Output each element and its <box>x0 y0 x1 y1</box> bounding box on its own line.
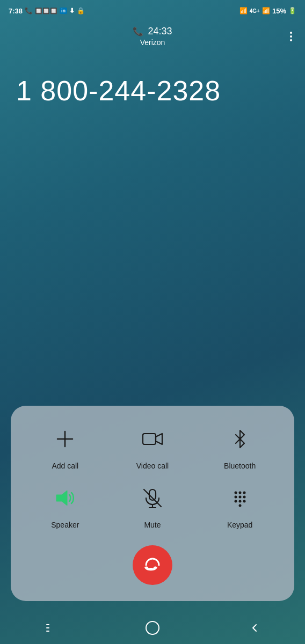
battery-percentage: 15% <box>272 7 286 15</box>
svg-point-16 <box>243 500 245 503</box>
bluetooth-icon <box>228 427 252 451</box>
lte-badge: 4G+ <box>250 8 260 14</box>
svg-point-9 <box>238 492 241 494</box>
back-icon <box>249 623 259 633</box>
back-button[interactable] <box>241 617 267 639</box>
svg-point-10 <box>243 492 245 494</box>
speaker-button[interactable]: Speaker <box>22 481 108 529</box>
status-right: 📶 4G+ 📶 15% 🔋 <box>239 7 296 15</box>
svg-marker-3 <box>56 491 67 506</box>
bluetooth-icon-wrap <box>223 422 257 456</box>
recent-apps-button[interactable] <box>38 617 64 639</box>
phone-icon: 📞 <box>25 7 33 14</box>
svg-point-21 <box>146 621 159 634</box>
svg-point-17 <box>238 504 241 507</box>
svg-point-11 <box>234 496 237 499</box>
recent-apps-icon <box>45 623 57 633</box>
add-call-button[interactable]: Add call <box>22 422 108 470</box>
video-call-icon-wrap <box>135 422 170 456</box>
keypad-icon-wrap <box>223 481 257 515</box>
svg-point-15 <box>238 500 241 503</box>
call-active-icon: 📞 <box>133 26 143 36</box>
keypad-button[interactable]: Keypad <box>197 481 283 529</box>
mute-icon <box>141 486 164 510</box>
wifi-icon: 📶 <box>239 7 248 14</box>
speaker-label: Speaker <box>51 521 79 529</box>
lock-icon: 🔒 <box>77 7 85 14</box>
call-carrier: Verizon <box>140 38 165 47</box>
notification-icons: 🔲🔲🔲 <box>35 8 57 14</box>
linkedin-icon: in <box>60 8 67 14</box>
mute-button[interactable]: Mute <box>109 481 195 529</box>
time-display: 7:38 <box>9 7 23 15</box>
call-controls-panel: Add call Video call Bluetooth <box>11 406 294 601</box>
nav-bar <box>0 612 305 644</box>
end-call-button[interactable] <box>133 545 172 585</box>
battery-icon: 🔋 <box>288 7 296 14</box>
call-timer-row: 📞 24:33 <box>133 26 172 37</box>
svg-point-13 <box>243 496 245 499</box>
keypad-icon <box>228 486 252 510</box>
status-left: 7:38 📞 🔲🔲🔲 in ⬇ 🔒 <box>9 7 85 15</box>
mute-label: Mute <box>144 521 161 529</box>
bluetooth-button[interactable]: Bluetooth <box>197 422 283 470</box>
video-icon <box>141 427 164 451</box>
svg-point-8 <box>234 492 237 494</box>
plus-icon <box>53 427 77 451</box>
svg-rect-2 <box>143 434 156 444</box>
svg-point-14 <box>234 500 237 503</box>
add-call-icon-wrap <box>48 422 82 456</box>
call-header: 📞 24:33 Verizon <box>0 19 305 53</box>
status-bar: 7:38 📞 🔲🔲🔲 in ⬇ 🔒 📶 4G+ 📶 15% 🔋 <box>0 0 305 19</box>
home-icon <box>145 620 160 635</box>
svg-point-12 <box>238 496 241 499</box>
end-call-icon <box>143 555 162 575</box>
speaker-icon <box>53 486 77 510</box>
call-timer-section: 📞 24:33 Verizon <box>133 26 172 47</box>
mute-icon-wrap <box>135 481 170 515</box>
speaker-icon-wrap <box>48 481 82 515</box>
home-button[interactable] <box>139 617 166 639</box>
download-icon: ⬇ <box>69 7 75 14</box>
add-call-label: Add call <box>52 462 78 470</box>
bluetooth-label: Bluetooth <box>224 462 256 470</box>
signal-icon: 📶 <box>262 7 270 14</box>
call-timer: 24:33 <box>148 26 172 37</box>
phone-number: 1 800-244-2328 <box>16 75 221 107</box>
controls-row-2: Speaker Mute <box>21 481 284 529</box>
keypad-label: Keypad <box>227 521 252 529</box>
video-call-label: Video call <box>136 462 169 470</box>
controls-row-1: Add call Video call Bluetooth <box>21 422 284 470</box>
video-call-button[interactable]: Video call <box>109 422 195 470</box>
phone-number-section: 1 800-244-2328 <box>0 53 305 406</box>
more-options-button[interactable] <box>288 30 294 43</box>
